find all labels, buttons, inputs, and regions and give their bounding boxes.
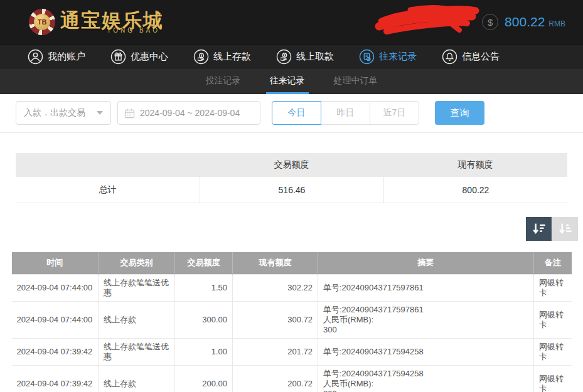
nav-item-promotions[interactable]: 优惠中心 — [110, 49, 168, 65]
tab-pending-orders[interactable]: 处理中订单 — [330, 69, 382, 94]
table-row: 2024-09-04 07:39:42 线上存款 200.00 200.72 单… — [12, 365, 572, 392]
date-range-value: 2024-09-04 ~ 2024-09-04 — [140, 108, 240, 118]
chevron-down-icon — [97, 111, 103, 115]
summary-balance-total: 800.22 — [383, 177, 567, 203]
summary-header-balance: 现有额度 — [383, 159, 567, 171]
chip-monogram: TB — [34, 14, 50, 30]
col-balance: 现有额度 — [233, 252, 318, 274]
cell-amount: 1.50 — [175, 274, 233, 301]
cell-summary: 单号:202409043717597861 人民币(RMB): 300 — [318, 301, 534, 338]
summary-total-label: 总计 — [16, 177, 200, 203]
account-area: $ 800.22 RMB — [384, 0, 565, 44]
cell-balance: 300.72 — [233, 301, 318, 338]
subtab-bar: 投注记录 往来记录 处理中订单 — [0, 69, 583, 94]
cell-summary: 单号:202409043717594258 人民币(RMB): 200 — [318, 365, 534, 392]
cell-amount: 300.00 — [175, 301, 233, 338]
balance-dollar-icon: $ — [482, 14, 498, 30]
cell-summary: 单号:202409043717594258 — [318, 338, 534, 365]
cell-remark: 网银转卡 — [534, 274, 572, 301]
deposit-icon — [193, 49, 209, 65]
cell-remark: 网银转卡 — [534, 301, 572, 338]
col-summary: 摘要 — [318, 252, 534, 274]
cell-type: 线上存款笔笔送优惠 — [99, 338, 175, 365]
tab-transaction-records[interactable]: 往来记录 — [266, 69, 309, 94]
sort-ascending-button[interactable] — [552, 217, 578, 241]
summary-header-row: 交易额度 现有额度 — [16, 153, 567, 177]
cell-balance: 302.22 — [233, 274, 318, 301]
calendar-icon — [124, 108, 135, 119]
transaction-type-select[interactable]: 入款．出款交易 — [16, 101, 111, 125]
balance-amount: 800.22 — [505, 14, 545, 29]
cell-type: 线上存款笔笔送优惠 — [99, 274, 175, 301]
site-logo[interactable]: TB 通宝娱乐城 TONG BAO — [29, 9, 164, 35]
page: TB 通宝娱乐城 TONG BAO — [0, 0, 583, 392]
col-amount: 交易额度 — [175, 252, 233, 274]
nav-item-my-account[interactable]: 我的账户 — [28, 49, 85, 65]
nav-item-deposit[interactable]: 线上存款 — [193, 49, 251, 65]
nav-label: 我的账户 — [48, 51, 85, 63]
logo-subtitle: TONG BAO — [107, 28, 160, 34]
summary-transaction-total: 516.46 — [200, 177, 383, 203]
cell-time: 2024-09-04 07:44:00 — [12, 301, 99, 338]
cell-amount: 200.00 — [175, 365, 233, 392]
poker-chip-icon: TB — [29, 9, 55, 35]
cell-time: 2024-09-04 07:39:42 — [12, 338, 99, 365]
gift-icon — [110, 49, 126, 65]
cell-type: 线上存款 — [99, 301, 175, 338]
cell-balance: 201.72 — [233, 338, 318, 365]
summary-total-row: 总计 516.46 800.22 — [16, 177, 567, 203]
nav-label: 信息公告 — [462, 51, 500, 63]
records-table-body: 2024-09-04 07:44:00 线上存款笔笔送优惠 1.50 302.2… — [12, 274, 572, 392]
quick-range-group: 今日 昨日 近7日 — [272, 101, 419, 125]
yesterday-button[interactable]: 昨日 — [321, 101, 370, 125]
nav-label: 优惠中心 — [131, 51, 168, 63]
cell-time: 2024-09-04 07:39:42 — [12, 365, 99, 392]
sort-descending-button[interactable] — [526, 217, 552, 241]
query-button[interactable]: 查询 — [435, 101, 484, 125]
filter-bar: 入款．出款交易 2024-09-04 ~ 2024-09-04 今日 昨日 近7… — [0, 94, 583, 133]
records-table: 时间 交易类别 交易额度 现有额度 摘要 备注 2024-09-04 07:44… — [12, 252, 572, 392]
summary-table: 交易额度 现有额度 总计 516.46 800.22 — [16, 153, 567, 203]
cell-balance: 200.72 — [233, 365, 318, 392]
table-row: 2024-09-04 07:39:42 线上存款笔笔送优惠 1.00 201.7… — [12, 338, 572, 365]
cell-time: 2024-09-04 07:44:00 — [12, 274, 99, 301]
top-header: TB 通宝娱乐城 TONG BAO — [0, 0, 583, 44]
sort-controls — [0, 217, 578, 241]
cell-remark: 网银转卡 — [534, 365, 572, 392]
nav-item-transaction-records[interactable]: 往来记录 — [359, 49, 417, 65]
last7days-button[interactable]: 近7日 — [370, 101, 419, 125]
user-icon[interactable] — [384, 14, 399, 29]
date-range-input[interactable]: 2024-09-04 ~ 2024-09-04 — [117, 101, 260, 125]
main-nav: 我的账户 优惠中心 线上存款 — [0, 44, 583, 69]
records-table-header: 时间 交易类别 交易额度 现有额度 摘要 备注 — [12, 252, 572, 274]
col-remark: 备注 — [534, 252, 572, 274]
cell-amount: 1.00 — [175, 338, 233, 365]
table-row: 2024-09-04 07:44:00 线上存款笔笔送优惠 1.50 302.2… — [12, 274, 572, 301]
records-icon — [359, 49, 375, 65]
nav-label: 往来记录 — [379, 51, 417, 63]
nav-item-withdraw[interactable]: 线上取款 — [276, 49, 334, 65]
balance-currency: RMB — [548, 19, 565, 28]
cell-remark: 网银转卡 — [534, 338, 572, 365]
nav-label: 线上取款 — [296, 51, 334, 63]
cell-summary: 单号:202409043717597861 — [318, 274, 534, 301]
user-icon — [28, 49, 43, 65]
tab-betting-records[interactable]: 投注记录 — [202, 69, 245, 94]
sort-descending-icon — [532, 221, 547, 236]
nav-label: 线上存款 — [213, 51, 251, 63]
logo-text: 通宝娱乐城 TONG BAO — [60, 11, 164, 34]
cell-type: 线上存款 — [99, 365, 175, 392]
sort-ascending-icon — [558, 221, 573, 236]
withdraw-icon — [276, 49, 292, 65]
bell-icon — [442, 49, 457, 65]
username-area — [399, 22, 482, 23]
today-button[interactable]: 今日 — [272, 101, 321, 125]
col-time: 时间 — [12, 252, 99, 274]
summary-header-transaction: 交易额度 — [200, 159, 383, 171]
nav-item-announcements[interactable]: 信息公告 — [442, 49, 500, 65]
select-value: 入款．出款交易 — [24, 107, 85, 119]
col-type: 交易类别 — [99, 252, 175, 274]
table-row: 2024-09-04 07:44:00 线上存款 300.00 300.72 单… — [12, 301, 572, 338]
